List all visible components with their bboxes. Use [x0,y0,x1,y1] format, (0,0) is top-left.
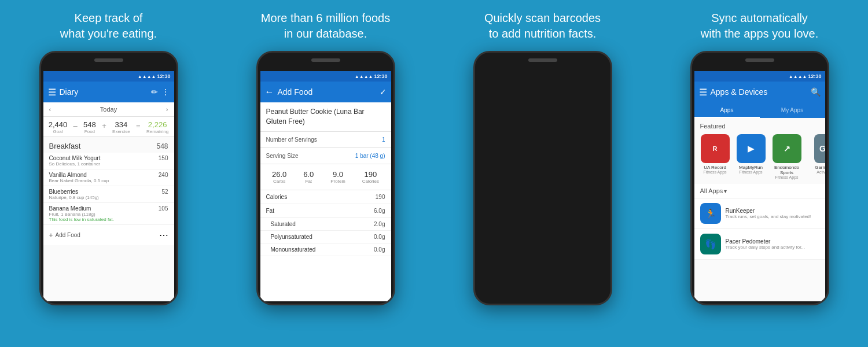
item-sub-coconut: So Delicious, 1 container [49,161,101,167]
mapmyrun-name: MapMyRun [739,165,763,170]
runkeeper-name: RunKeeper [726,208,811,214]
app-card-ua-record[interactable]: R UA Record Fitness Apps [699,134,731,179]
add-food-app-bar: ← Add Food ✓ [260,82,391,102]
equals-op: = [136,120,141,130]
section-title-apps: Sync automaticallywith the apps you love… [701,10,818,42]
stat-remaining: 2,226 Remaining [146,120,168,134]
apps-tabs: Apps My Apps [694,102,825,118]
tab-apps[interactable]: Apps [694,102,760,118]
item-sub-vanilla: Bear Naked Granola, 0.5 cup [49,178,109,183]
nutrient-calories-val: 190 [376,194,385,200]
nutrient-sat-name: Saturated [271,221,296,227]
pacer-info: Pacer Pedometer Track your daily steps a… [726,238,806,250]
add-food-title: Add Food [278,87,376,97]
item-cal-vanilla: 240 [159,172,168,178]
nutrient-poly-val: 0.0g [374,234,385,240]
plus-op: + [102,120,106,130]
app-card-mapmyrun[interactable]: ▶ MapMyRun Fitness Apps [735,134,767,179]
add-food-button[interactable]: + Add Food [49,231,80,239]
pacer-desc: Track your daily steps and activity for.… [726,245,806,250]
stat-exercise: 334 Exercise [112,120,130,134]
add-food-row[interactable]: + Add Food ⋯ [43,225,174,245]
section-title-barcode: Quickly scan barcodesto add nutrition fa… [484,10,601,42]
hamburger-icon[interactable]: ☰ [48,87,56,98]
status-icons: ▲▲▲▲ [138,74,156,79]
servings-field[interactable]: Number of Servings 1 [260,132,391,148]
fat-val: 6.0 [303,170,314,179]
next-arrow[interactable]: › [166,106,168,113]
ua-record-name: UA Record [704,165,726,170]
search-icon[interactable]: 🔍 [811,87,821,97]
protein-val: 9.0 [330,170,345,179]
all-apps-label: All Apps [700,187,723,194]
nutrient-saturated: Saturated 2.0g [260,218,391,231]
phone-barcode: 7-22252-10061-0 [473,51,612,305]
macro-fat: 6.0 Fat [303,170,314,184]
calories-macro-val: 190 [362,170,379,179]
garmin-sub: Activ... [816,170,825,174]
diary-time: 12:30 [157,73,170,79]
apps-status-bar: ▲▲▲▲ 12:30 [694,71,825,82]
check-icon[interactable]: ✓ [380,87,387,97]
serving-size-field[interactable]: Serving Size 1 bar (48 g) [260,148,391,164]
ua-record-sub: Fitness Apps [703,170,726,174]
nutrient-fat: Fat 6.0g [260,204,391,218]
add-food-status-bar: ▲▲▲▲ 12:30 [260,71,391,82]
phone-speaker [94,58,123,62]
section-add-food: More than 6 million foodsin our database… [217,0,434,347]
protein-label: Protein [330,179,345,184]
ua-record-icon: R [701,134,730,163]
list-item-runkeeper[interactable]: 🏃 RunKeeper Track runs, set goals, and s… [694,198,825,229]
mapmyrun-icon: ▶ [737,134,766,163]
runkeeper-icon: 🏃 [700,203,721,224]
more-options-icon[interactable]: ⋯ [159,230,168,241]
section-barcode: Quickly scan barcodesto add nutrition fa… [434,0,651,347]
list-item-pacer[interactable]: 👣 Pacer Pedometer Track your daily steps… [694,229,825,260]
phone-diary: ▲▲▲▲ 12:30 ☰ Diary ✏ ⋮ ‹ Today › [39,51,178,305]
nutrient-fat-name: Fat [266,208,274,214]
tab-my-apps[interactable]: My Apps [760,102,825,118]
food-title-section: Peanut Butter Cookie (Luna BarGluten Fre… [260,102,391,132]
phone-add-food: ▲▲▲▲ 12:30 ← Add Food ✓ Peanut Butter Co… [256,51,395,305]
diary-item-vanilla[interactable]: Vanilla Almond Bear Naked Granola, 0.5 c… [43,169,174,186]
item-sub-banana: Fruit, 1 Banana (118g) [49,212,115,217]
nutrient-monounsaturated: Monounsaturated 0.0g [260,243,391,256]
section-title-diary: Keep track ofwhat you're eating. [60,10,157,42]
item-cal-coconut: 150 [159,155,168,161]
edit-icon[interactable]: ✏ [151,87,158,97]
diary-title: Diary [60,87,148,97]
food-value: 548 [83,120,96,129]
calories-macro-label: Calories [362,179,379,184]
app-card-garmin[interactable]: G Garm... Activ... [807,134,825,179]
nutrient-poly-name: Polyunsaturated [271,234,312,240]
macro-calories: 190 Calories [362,170,379,184]
all-apps-row[interactable]: All Apps ▾ [694,184,825,198]
servings-label: Number of Servings [266,136,317,143]
diary-item-blueberries[interactable]: Blueberries Naturipe, 0.8 cup (145g) 52 [43,186,174,203]
nutrient-mono-val: 0.0g [374,246,385,253]
diary-item-banana[interactable]: Banana Medium Fruit, 1 Banana (118g) Thi… [43,203,174,225]
garmin-name: Garm... [815,165,825,170]
hamburger-icon-apps[interactable]: ☰ [699,87,707,98]
apps-app-bar: ☰ Apps & Devices 🔍 [694,82,825,102]
app-card-endomondo[interactable]: ↗ Endomondo Sports Fitness Apps [771,134,803,179]
serving-size-value: 1 bar (48 g) [355,153,385,159]
section-title-add-food: More than 6 million foodsin our database… [261,10,390,42]
stat-goal: 2,440 Goal [49,120,68,134]
featured-apps-grid: R UA Record Fitness Apps ▶ MapMyRun Fitn… [694,132,825,184]
diary-stats-row: 2,440 Goal – 548 Food + 334 Exercise = [43,117,174,137]
item-cal-blueberries: 52 [161,189,168,195]
food-macros-row: 26.0 Carbs 6.0 Fat 9.0 Protein 190 Calor… [260,164,391,190]
item-cal-banana: 105 [159,205,168,212]
item-name-vanilla: Vanilla Almond [49,172,109,178]
back-icon[interactable]: ← [265,87,274,97]
endomondo-sub: Fitness Apps [775,175,798,179]
phone-speaker-4 [745,58,774,62]
goal-value: 2,440 [49,120,68,129]
status-icons-4: ▲▲▲▲ [789,74,807,79]
stat-food: 548 Food [83,120,96,134]
item-sub-blueberries: Naturipe, 0.8 cup (145g) [49,195,99,200]
diary-item-coconut[interactable]: Coconut Milk Yogurt So Delicious, 1 cont… [43,153,174,169]
endomondo-icon: ↗ [773,134,801,163]
more-icon[interactable]: ⋮ [161,87,170,97]
